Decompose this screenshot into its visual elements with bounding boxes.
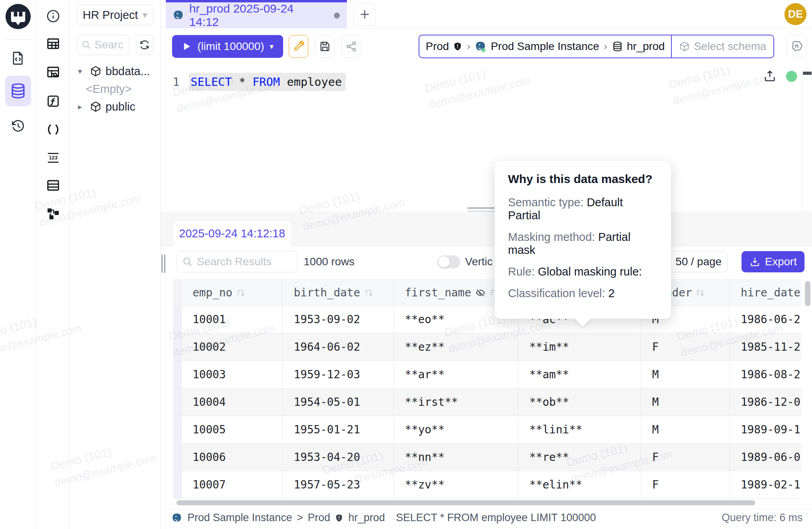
project-selector[interactable]: HR Project ▾ (77, 5, 153, 25)
line-number: 1 (161, 75, 189, 89)
page-size-select[interactable]: 50 / page (669, 251, 728, 272)
tables-icon[interactable] (46, 36, 61, 51)
cell[interactable]: 1954-05-01 (283, 388, 394, 416)
cell[interactable]: F (641, 471, 730, 499)
column-header-hire-date[interactable]: hire_date (730, 280, 801, 306)
tree-item-schema-public[interactable]: ▸ public (69, 98, 161, 116)
cell-masked[interactable]: **elin** (518, 471, 641, 499)
cell-masked[interactable]: **im** (518, 333, 641, 361)
sidebar-resize-handle[interactable] (161, 255, 166, 273)
procedures-icon[interactable] (46, 122, 61, 137)
share-sheet-button[interactable] (341, 35, 361, 58)
cell[interactable]: F (641, 333, 730, 361)
tree-item-label: public (106, 100, 135, 113)
cell[interactable]: 10003 (182, 361, 283, 388)
cell[interactable]: 1989-06-0 (730, 444, 801, 471)
sort-icon[interactable] (695, 288, 705, 298)
worksheet-icon[interactable] (10, 50, 26, 66)
run-query-button[interactable]: (limit 100000) ▾ (172, 35, 283, 58)
cell[interactable]: 1989-02-1 (730, 471, 801, 499)
column-header-emp-no[interactable]: emp_no (182, 280, 283, 306)
sort-icon[interactable] (235, 288, 246, 298)
avatar[interactable]: DE (784, 3, 806, 25)
cell-masked[interactable]: **ob** (518, 388, 641, 416)
cell[interactable]: 1957-05-23 (283, 471, 394, 499)
caret-down-icon[interactable]: ▾ (78, 67, 86, 76)
info-icon[interactable] (46, 9, 61, 24)
cell[interactable]: 10005 (182, 416, 283, 444)
table-row[interactable]: 10007 1957-05-23 **zv** **elin** F 1989-… (174, 471, 801, 499)
cell[interactable]: 1985-11-2 (730, 333, 801, 361)
shield-icon (335, 514, 343, 522)
vertical-scrollbar[interactable] (805, 281, 811, 498)
ai-assistant-button[interactable] (787, 35, 806, 57)
cell[interactable]: 1955-01-21 (283, 416, 394, 444)
cell-masked[interactable]: **ez** (394, 333, 518, 361)
cell[interactable]: M (641, 416, 730, 444)
table-row[interactable]: 10005 1955-01-21 **yo** **lini** M 1989-… (174, 416, 801, 444)
cell[interactable]: M (641, 361, 730, 388)
search-results-input[interactable]: Search Results (176, 251, 297, 272)
sort-icon[interactable] (363, 288, 374, 298)
tree-item-label: bbdata... (106, 65, 150, 78)
tooltip-title: Why is this data masked? (508, 172, 658, 186)
caret-right-icon[interactable]: ▸ (78, 102, 86, 111)
cell[interactable]: M (641, 388, 730, 416)
tree-item-database[interactable]: ▾ bbdata... (69, 62, 161, 80)
cell[interactable]: 1986-12-0 (730, 388, 801, 416)
column-header-birth-date[interactable]: birth_date (283, 280, 394, 306)
cell-masked[interactable]: **zv** (394, 471, 518, 499)
cell-masked[interactable]: **nn** (394, 444, 518, 471)
cell-masked[interactable]: **irst** (394, 388, 518, 416)
views-icon[interactable] (46, 178, 61, 193)
chevron-right-icon: > (297, 512, 303, 524)
cell[interactable]: 10002 (182, 333, 283, 361)
cell-masked[interactable]: **yo** (394, 416, 518, 444)
connection-breadcrumb[interactable]: Prod › Prod Sample Instance › hr_prod Se… (419, 35, 774, 58)
table-row[interactable]: 10004 1954-05-01 **irst** **ob** M 1986-… (174, 388, 801, 416)
bytebase-logo[interactable] (6, 4, 31, 29)
table-row[interactable]: 10001 1953-09-02 **eo** **ac** M 1986-06… (174, 306, 801, 333)
cell-masked[interactable]: **am** (518, 361, 641, 388)
diagram-icon[interactable] (46, 206, 61, 221)
select-schema-button[interactable]: Select schema (671, 35, 773, 57)
table-row[interactable]: 10006 1953-04-20 **nn** **re** F 1989-06… (174, 444, 801, 471)
external-tables-icon[interactable] (46, 65, 61, 80)
cell[interactable]: 10007 (182, 471, 283, 499)
cell[interactable]: 1959-12-03 (283, 361, 394, 388)
cell-masked[interactable]: **lini** (518, 416, 641, 444)
cell-masked[interactable]: **re** (518, 444, 641, 471)
export-button[interactable]: Export (742, 251, 805, 272)
functions-icon[interactable] (46, 94, 61, 109)
cell-masked[interactable]: **ar** (394, 361, 518, 388)
cell[interactable]: 1986-06-2 (730, 306, 801, 333)
cell[interactable]: 1964-06-02 (283, 333, 394, 361)
cell[interactable]: 1953-04-20 (283, 444, 394, 471)
cell[interactable]: 1986-08-2 (730, 361, 801, 388)
status-instance: Prod Sample Instance (187, 512, 292, 524)
tab-hr-prod[interactable]: hr_prod 2025-09-24 14:12 (166, 0, 347, 28)
databases-nav-active[interactable] (5, 76, 31, 106)
table-row[interactable]: 10003 1959-12-03 **ar** **am** M 1986-08… (174, 361, 801, 388)
cell[interactable]: 1953-09-02 (283, 306, 394, 333)
cell[interactable]: 1989-09-1 (730, 416, 801, 444)
cell[interactable]: 10006 (182, 444, 283, 471)
row-gutter (174, 280, 182, 306)
table-row[interactable]: 10002 1964-06-02 **ez** **im** F 1985-11… (174, 333, 801, 361)
history-icon[interactable] (10, 118, 26, 134)
tree-search-input[interactable]: Searc (77, 35, 129, 55)
refresh-tree-button[interactable] (136, 35, 153, 55)
sequences-icon[interactable]: 123 (46, 150, 61, 165)
add-tab-button[interactable]: + (353, 3, 376, 26)
postgresql-icon (172, 512, 183, 523)
sql-editor[interactable]: 1 SELECT * FROM employee (161, 66, 812, 210)
result-set-tab[interactable]: 2025-09-24 14:12:18 (172, 220, 292, 246)
upload-sql-icon[interactable] (763, 69, 777, 83)
save-sheet-button[interactable] (315, 35, 335, 58)
cell[interactable]: 10001 (182, 306, 283, 333)
format-sql-button[interactable] (289, 35, 308, 58)
cell[interactable]: 10004 (182, 388, 283, 416)
vertical-mode-toggle[interactable] (438, 255, 460, 268)
horizontal-scrollbar[interactable] (176, 500, 799, 506)
cell[interactable]: F (641, 444, 730, 471)
